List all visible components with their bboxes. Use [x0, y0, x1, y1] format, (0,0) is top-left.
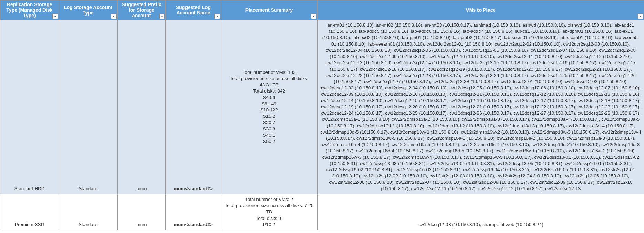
table-row: Premium SSD Standard mum mum<standard2> …	[0, 194, 644, 230]
cell-prefix: mum	[118, 20, 166, 194]
filter-button[interactable]	[52, 13, 58, 19]
chevron-down-icon	[312, 13, 315, 19]
summary-line: S50:2	[263, 138, 275, 145]
cell-suggested-log: mum<standard2>	[166, 194, 221, 230]
cell-suggested-log: mum<standard2>	[166, 20, 221, 194]
header-prefix-label: Suggested Prefix for Storage account	[122, 2, 161, 18]
cell-prefix: mum	[118, 194, 166, 230]
chevron-down-icon	[112, 13, 115, 19]
summary-block: Total number of VMs: 2 Total provisioned…	[224, 196, 314, 228]
summary-line: S10:122	[260, 107, 278, 113]
filter-button[interactable]	[311, 13, 316, 19]
header-replication[interactable]: Replication Storage Type (Managed Disk T…	[0, 0, 59, 20]
summary-line: S15:2	[263, 113, 275, 119]
chevron-down-icon	[53, 13, 57, 19]
header-log-type-label: Log Storage Account Type	[64, 4, 112, 16]
summary-line: S40:1	[263, 132, 275, 138]
chevron-down-icon	[639, 13, 642, 19]
header-log-type[interactable]: Log Storage Account Type	[59, 0, 118, 20]
placement-table: Replication Storage Type (Managed Disk T…	[0, 0, 644, 230]
summary-line: Total provisioned size across all disks:…	[224, 76, 314, 88]
header-vms-label: VMs to Place	[466, 7, 495, 13]
header-placement-label: Placement Summary	[245, 7, 293, 13]
cell-replication: Premium SSD	[0, 194, 59, 230]
cell-placement-summary: Total number of VMs: 133 Total provision…	[221, 20, 318, 194]
header-prefix[interactable]: Suggested Prefix for Storage account	[118, 0, 166, 20]
filter-button[interactable]	[638, 13, 643, 19]
filter-button[interactable]	[159, 13, 165, 19]
summary-block: Total number of VMs: 133 Total provision…	[224, 69, 314, 145]
summary-line: P10:2	[263, 222, 275, 228]
header-suggested-log-label: Suggested Log Account Name	[176, 4, 211, 16]
chevron-down-icon	[160, 13, 164, 19]
summary-line: Total disks: 6	[255, 215, 282, 222]
chevron-down-icon	[215, 13, 219, 19]
header-replication-label: Replication Storage Type (Managed Disk T…	[6, 2, 52, 18]
summary-line: Total disks: 342	[253, 88, 285, 94]
filter-button[interactable]	[214, 13, 220, 19]
cell-vms: an-mt01 (10.150.8.10), an-mt02 (10.150.8…	[318, 20, 644, 194]
summary-line: Total number of VMs: 2	[245, 196, 293, 203]
cell-replication: Standard HDD	[0, 20, 59, 194]
cell-log-type: Standard	[59, 20, 118, 194]
filter-button[interactable]	[111, 13, 117, 19]
summary-line: S6:149	[262, 101, 276, 107]
cell-vms: cw12dcsq12-08 (10.150.8.10), sharepoint-…	[318, 194, 644, 230]
table-row: Standard HDD Standard mum mum<standard2>…	[0, 20, 644, 194]
cell-log-type: Standard	[59, 194, 118, 230]
header-vms[interactable]: VMs to Place	[318, 0, 644, 20]
summary-line: Total number of VMs: 133	[243, 69, 296, 76]
header-placement[interactable]: Placement Summary	[221, 0, 318, 20]
header-row: Replication Storage Type (Managed Disk T…	[0, 0, 644, 20]
cell-placement-summary: Total number of VMs: 2 Total provisioned…	[221, 194, 318, 230]
summary-line: S4:56	[263, 95, 275, 101]
header-suggested-log[interactable]: Suggested Log Account Name	[166, 0, 221, 20]
summary-line: S20:7	[263, 119, 275, 126]
summary-line: S30:3	[263, 126, 275, 132]
summary-line: Total provisioned size across all disks:…	[224, 203, 314, 215]
